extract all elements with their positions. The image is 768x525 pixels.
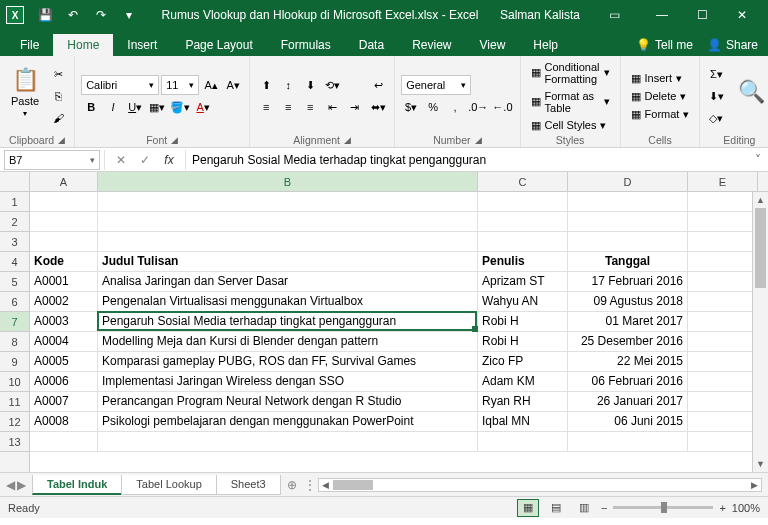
format-cells-button[interactable]: ▦ Format ▾ [627, 107, 694, 122]
insert-cells-button[interactable]: ▦ Insert ▾ [627, 71, 694, 86]
clear-button[interactable]: ◇▾ [706, 108, 726, 128]
wrap-text-button[interactable]: ↩ [368, 75, 388, 95]
tab-home[interactable]: Home [53, 34, 113, 56]
row-header[interactable]: 3 [0, 232, 29, 252]
expand-formula-bar[interactable]: ˅ [748, 153, 768, 167]
col-header-a[interactable]: A [30, 172, 98, 191]
cell[interactable]: Judul Tulisan [98, 252, 478, 272]
save-button[interactable]: 💾 [34, 4, 56, 26]
clipboard-launcher[interactable]: ◢ [58, 135, 65, 145]
row-header[interactable]: 6 [0, 292, 29, 312]
row-header[interactable]: 9 [0, 352, 29, 372]
scroll-thumb[interactable] [755, 208, 766, 288]
cells-area[interactable]: Kode Judul Tulisan Penulis Tanggal A0001… [30, 192, 768, 472]
view-normal-button[interactable]: ▦ [517, 499, 539, 517]
spreadsheet-grid[interactable]: A B C D E 1 2 3 4 5 6 7 8 9 10 11 12 13 … [0, 172, 768, 472]
undo-button[interactable]: ↶ [62, 4, 84, 26]
autosum-button[interactable]: Σ▾ [706, 64, 726, 84]
format-as-table-button[interactable]: ▦ Format as Table ▾ [527, 89, 614, 115]
tab-page-layout[interactable]: Page Layout [171, 34, 266, 56]
fill-button[interactable]: ⬇▾ [706, 86, 726, 106]
align-middle-button[interactable]: ↕ [278, 75, 298, 95]
scroll-right-icon[interactable]: ▶ [747, 480, 761, 490]
tab-formulas[interactable]: Formulas [267, 34, 345, 56]
increase-font-button[interactable]: A▴ [201, 75, 221, 95]
orientation-button[interactable]: ⟲▾ [322, 75, 342, 95]
percent-button[interactable]: % [423, 97, 443, 117]
hscroll-thumb[interactable] [333, 480, 373, 490]
vertical-scrollbar[interactable]: ▲ ▼ [752, 192, 768, 472]
tab-view[interactable]: View [466, 34, 520, 56]
tab-data[interactable]: Data [345, 34, 398, 56]
underline-button[interactable]: U▾ [125, 97, 145, 117]
sheet-tab[interactable]: Tabel Lookup [121, 475, 216, 495]
scroll-up-icon[interactable]: ▲ [753, 192, 768, 208]
find-select-button[interactable]: 🔍 [730, 59, 768, 125]
align-left-button[interactable]: ≡ [256, 97, 276, 117]
col-header-b[interactable]: B [98, 172, 478, 191]
align-top-button[interactable]: ⬆ [256, 75, 276, 95]
sheet-tab[interactable]: Sheet3 [216, 475, 281, 495]
align-center-button[interactable]: ≡ [278, 97, 298, 117]
view-page-break-button[interactable]: ▥ [573, 499, 595, 517]
user-name[interactable]: Salman Kalista [500, 8, 580, 22]
bold-button[interactable]: B [81, 97, 101, 117]
cancel-formula-button[interactable]: ✕ [111, 150, 131, 170]
zoom-in-button[interactable]: + [719, 502, 725, 514]
row-header[interactable]: 7 [0, 312, 29, 332]
row-header[interactable]: 10 [0, 372, 29, 392]
close-button[interactable]: ✕ [722, 0, 762, 30]
col-header-d[interactable]: D [568, 172, 688, 191]
currency-button[interactable]: $▾ [401, 97, 421, 117]
sheet-nav-next[interactable]: ▶ [17, 478, 26, 492]
font-name-dropdown[interactable]: Calibri▾ [81, 75, 159, 95]
row-header[interactable]: 4 [0, 252, 29, 272]
increase-indent-button[interactable]: ⇥ [344, 97, 364, 117]
share-button[interactable]: 👤 Share [707, 38, 758, 52]
fill-color-button[interactable]: 🪣▾ [169, 97, 191, 117]
merge-center-button[interactable]: ⬌▾ [368, 97, 388, 117]
alignment-launcher[interactable]: ◢ [344, 135, 351, 145]
cell[interactable]: Penulis [478, 252, 568, 272]
cell-styles-button[interactable]: ▦ Cell Styles ▾ [527, 118, 614, 133]
font-size-dropdown[interactable]: 11▾ [161, 75, 199, 95]
qat-customize[interactable]: ▾ [118, 4, 140, 26]
row-header[interactable]: 5 [0, 272, 29, 292]
ribbon-options-icon[interactable]: ▭ [594, 0, 634, 30]
zoom-level[interactable]: 100% [732, 502, 760, 514]
comma-button[interactable]: , [445, 97, 465, 117]
increase-decimal-button[interactable]: .0→ [467, 97, 489, 117]
tab-review[interactable]: Review [398, 34, 465, 56]
paste-button[interactable]: 📋 Paste ▾ [6, 59, 44, 125]
copy-button[interactable]: ⎘ [48, 86, 68, 106]
maximize-button[interactable]: ☐ [682, 0, 722, 30]
row-header[interactable]: 12 [0, 412, 29, 432]
font-color-button[interactable]: A▾ [193, 97, 213, 117]
decrease-indent-button[interactable]: ⇤ [322, 97, 342, 117]
scroll-left-icon[interactable]: ◀ [319, 480, 333, 490]
insert-function-button[interactable]: fx [159, 150, 179, 170]
zoom-out-button[interactable]: − [601, 502, 607, 514]
tell-me[interactable]: 💡 Tell me [636, 38, 693, 52]
row-header[interactable]: 2 [0, 212, 29, 232]
decrease-font-button[interactable]: A▾ [223, 75, 243, 95]
tab-file[interactable]: File [6, 34, 53, 56]
sheet-tab-active[interactable]: Tabel Induk [32, 475, 122, 495]
number-format-dropdown[interactable]: General▾ [401, 75, 471, 95]
cell[interactable]: Kode [30, 252, 98, 272]
border-button[interactable]: ▦▾ [147, 97, 167, 117]
tab-insert[interactable]: Insert [113, 34, 171, 56]
zoom-handle[interactable] [661, 502, 667, 513]
enter-formula-button[interactable]: ✓ [135, 150, 155, 170]
number-launcher[interactable]: ◢ [475, 135, 482, 145]
minimize-button[interactable]: ― [642, 0, 682, 30]
delete-cells-button[interactable]: ▦ Delete ▾ [627, 89, 694, 104]
sheet-nav-prev[interactable]: ◀ [6, 478, 15, 492]
format-painter-button[interactable]: 🖌 [48, 108, 68, 128]
conditional-formatting-button[interactable]: ▦ Conditional Formatting ▾ [527, 60, 614, 86]
scroll-down-icon[interactable]: ▼ [753, 456, 768, 472]
align-right-button[interactable]: ≡ [300, 97, 320, 117]
tab-help[interactable]: Help [519, 34, 572, 56]
col-header-c[interactable]: C [478, 172, 568, 191]
formula-input[interactable]: Pengaruh Sosial Media terhadap tingkat p… [186, 153, 748, 167]
